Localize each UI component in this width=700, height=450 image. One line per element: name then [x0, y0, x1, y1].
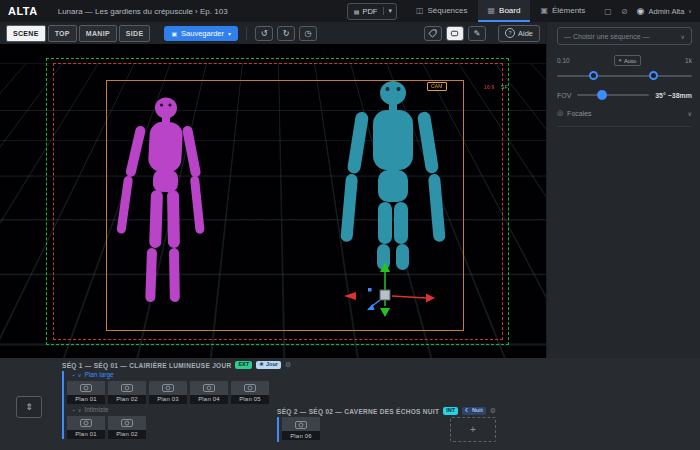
undo-button[interactable]: ↺	[255, 26, 273, 41]
plan-row-1: Plan 01 Plan 02 Plan 03 Plan 04 Plan 05	[67, 381, 291, 404]
group-plan-large-header[interactable]: ▪ ∨ Plan large	[73, 371, 291, 379]
range-slider-handle-min[interactable]	[589, 71, 598, 80]
fov-row: FOV 35° ~38mm	[557, 90, 692, 100]
plan-card-label: Plan 04	[190, 395, 228, 404]
save-button[interactable]: ▣ Sauvegarder ▾	[164, 26, 238, 41]
save-icon: ▣	[171, 30, 177, 37]
pdf-caret-icon[interactable]: ▾	[383, 7, 396, 15]
camera-icon	[80, 418, 92, 427]
nav-elements[interactable]: ▣ Éléments	[530, 0, 595, 22]
add-plan-button[interactable]: +	[450, 417, 496, 442]
sequence-1-title: SÉQ 1 — SÉQ 01 — CLAIRIÈRE LUMINEUSE JOU…	[62, 362, 231, 369]
ratio-label: 16:9	[484, 85, 495, 90]
night-badge-label: Nuit	[472, 408, 483, 414]
nav-elements-label: Éléments	[552, 6, 585, 15]
sequence-select[interactable]: — Choisir une séquence — ∨	[557, 27, 692, 45]
nav-sequences[interactable]: ◫ Séquences	[406, 0, 478, 22]
fov-slider-track	[577, 94, 649, 96]
plan-card[interactable]: Plan 03	[149, 381, 187, 404]
day-badge-label: Jour	[266, 362, 278, 368]
safe-label: SF	[501, 85, 508, 90]
pdf-label: PDF	[362, 7, 377, 16]
help-icon: ?	[505, 28, 515, 38]
redo-button[interactable]: ↻	[277, 26, 295, 41]
sequence-2-block: SÉQ 2 — SÉQ 02 — CAVERNE DES ÉCHOS NUIT …	[277, 407, 496, 442]
sequence-2-title: SÉQ 2 — SÉQ 02 — CAVERNE DES ÉCHOS NUIT	[277, 408, 439, 415]
range-min-label: 0.10	[557, 57, 570, 64]
save-caret-icon[interactable]: ▾	[228, 30, 231, 37]
right-panel: — Choisir une séquence — ∨ 0.10 ⌖ Auto 1…	[546, 22, 700, 358]
range-max-label: 1k	[685, 57, 692, 64]
nav-board[interactable]: ▦ Board	[478, 0, 531, 22]
camera-icon	[162, 383, 174, 392]
view-side-button[interactable]: SIDE	[119, 25, 151, 42]
plan-card[interactable]: Plan 02	[108, 416, 146, 439]
redo-icon: ↻	[283, 29, 290, 38]
save-label: Sauvegarder	[181, 29, 224, 38]
globe-icon[interactable]: ⊘	[621, 7, 628, 16]
sequence-select-placeholder: — Choisir une séquence —	[564, 33, 650, 40]
frame-tool-button[interactable]	[446, 26, 464, 41]
history-button[interactable]: ◷	[299, 26, 317, 41]
range-slider-handle-max[interactable]	[649, 71, 658, 80]
nav-board-label: Board	[499, 6, 520, 15]
fov-value: 35° ~38mm	[655, 92, 692, 99]
plan-card[interactable]: Plan 06	[282, 417, 320, 440]
tag-tool-button[interactable]	[424, 26, 442, 41]
view-manip-button[interactable]: MANIP	[79, 25, 117, 42]
draw-tool-button[interactable]: ✎	[468, 26, 486, 41]
focales-label: Focales	[567, 110, 592, 117]
scene-viewport[interactable]: CAM 16:9 SF	[0, 44, 546, 358]
camera-icon	[80, 383, 92, 392]
plan-row-3: Plan 06 +	[282, 417, 496, 442]
focales-icon: ◎	[557, 109, 563, 117]
viewport-toolbar: SCENE TOP MANIP SIDE ▣ Sauvegarder ▾ ↺ ↻…	[0, 22, 546, 44]
plan-card-label: Plan 02	[108, 430, 146, 439]
range-slider-track	[557, 75, 692, 77]
camera-frame-label: CAM	[427, 82, 447, 91]
tag-icon	[428, 29, 437, 38]
group-chevron-icon: ∨	[78, 407, 82, 413]
sequence-1-settings-icon[interactable]: ⚙	[285, 361, 291, 369]
range-slider[interactable]	[557, 71, 692, 81]
plan-card-label: Plan 05	[231, 395, 269, 404]
bullet-icon: ▪	[73, 407, 75, 413]
plan-card[interactable]: Plan 02	[108, 381, 146, 404]
timeline-collapse-button[interactable]: ⇕	[16, 396, 42, 418]
plan-card[interactable]: Plan 04	[190, 381, 228, 404]
bookmark-icon[interactable]: ▢	[604, 7, 612, 16]
sequence-1-block: SÉQ 1 — SÉQ 01 — CLAIRIÈRE LUMINEUSE JOU…	[62, 361, 291, 439]
moon-icon: ☾	[465, 408, 470, 414]
select-chevron-icon: ∨	[681, 33, 685, 40]
group-intimiste-header[interactable]: ▪ ∨ Intimiste	[73, 406, 291, 414]
sequence-2-settings-icon[interactable]: ⚙	[490, 407, 496, 415]
sequence-1-header[interactable]: SÉQ 1 — SÉQ 01 — CLAIRIÈRE LUMINEUSE JOU…	[62, 361, 291, 369]
camera-icon	[121, 418, 133, 427]
plan-card[interactable]: Plan 01	[67, 416, 105, 439]
plan-card[interactable]: Plan 05	[231, 381, 269, 404]
main-nav: ◫ Séquences ▦ Board ▣ Éléments	[406, 0, 595, 22]
collapse-icon: ⇕	[25, 402, 33, 412]
view-top-button[interactable]: TOP	[48, 25, 77, 42]
focales-section[interactable]: ◎ Focales ∨	[557, 109, 692, 127]
plan-card-label: Plan 03	[149, 395, 187, 404]
ext-badge: EXT	[235, 361, 252, 369]
help-label: Aide	[518, 29, 533, 38]
sequences-icon: ◫	[416, 6, 424, 15]
int-badge: INT	[443, 407, 458, 415]
auto-button[interactable]: ⌖ Auto	[614, 55, 642, 66]
pdf-export-button[interactable]: ▤ PDF ▾	[347, 3, 397, 20]
night-badge: ☾ Nuit	[462, 407, 486, 415]
fov-slider-handle[interactable]	[597, 90, 607, 100]
user-menu[interactable]: ◉ Admin Alta ∨	[637, 6, 692, 16]
plan-card[interactable]: Plan 01	[67, 381, 105, 404]
sequence-1-body: ▪ ∨ Plan large Plan 01 Plan 02 Plan 03	[62, 371, 291, 439]
focales-chevron-icon: ∨	[688, 110, 692, 117]
fov-slider[interactable]	[577, 90, 649, 100]
camera-frame	[106, 80, 464, 331]
help-button[interactable]: ? Aide	[498, 25, 540, 42]
camera-icon	[295, 420, 307, 429]
view-scene-button[interactable]: SCENE	[6, 25, 46, 42]
day-badge: ☀ Jour	[256, 361, 281, 369]
sequence-2-header[interactable]: SÉQ 2 — SÉQ 02 — CAVERNE DES ÉCHOS NUIT …	[277, 407, 496, 415]
